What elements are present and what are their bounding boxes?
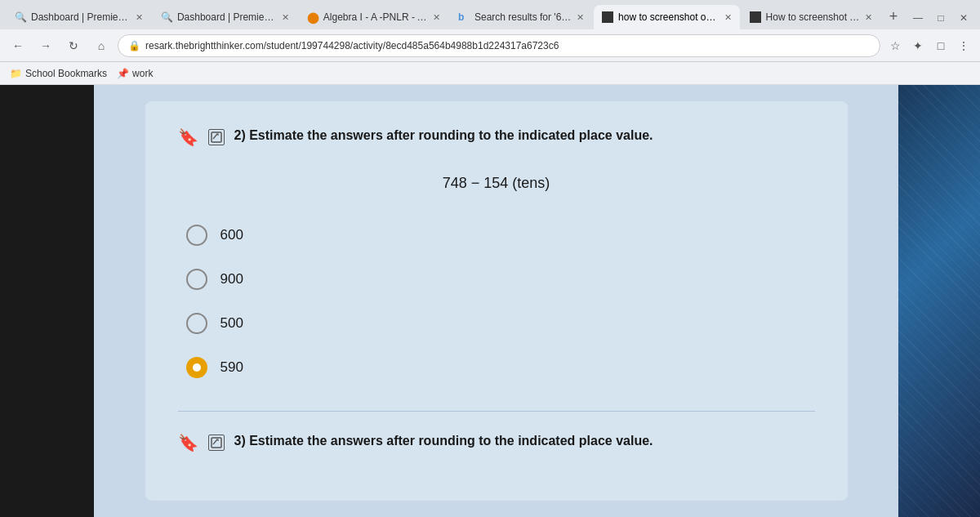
tab-label-4: Search results for '645 xyxy=(474,11,572,23)
back-button[interactable]: ← xyxy=(7,34,29,57)
work-icon: 📌 xyxy=(117,68,129,79)
bookmark-work[interactable]: 📌 work xyxy=(117,68,153,79)
tab-icon-2: 🔍 xyxy=(161,11,172,23)
tab-screenshot-2[interactable]: How to screenshot on ✕ xyxy=(742,5,881,29)
tab-dashboard-1[interactable]: 🔍 Dashboard | Premier H ✕ xyxy=(7,5,151,29)
tab-icon-4: b xyxy=(458,11,470,23)
option-label-900: 900 xyxy=(220,271,243,287)
radio-500[interactable] xyxy=(186,313,207,334)
bookmark-label-school: School Bookmarks xyxy=(25,68,107,79)
address-bar: ← → ↻ ⌂ 🔒 resark.thebrightthinker.com/st… xyxy=(0,29,980,62)
new-tab-button[interactable]: + xyxy=(882,5,905,28)
tab-close-2[interactable]: ✕ xyxy=(282,12,289,23)
tab-close-6[interactable]: ✕ xyxy=(865,12,872,23)
left-panel xyxy=(0,85,94,517)
browser-frame: 🔍 Dashboard | Premier H ✕ 🔍 Dashboard | … xyxy=(0,0,980,517)
option-label-500: 500 xyxy=(220,315,243,332)
radio-inner-590 xyxy=(193,363,201,372)
address-actions: ☆ ✦ □ ⋮ xyxy=(885,36,973,56)
tab-label-3: Algebra I - A -PNLR - Ac xyxy=(323,11,428,23)
main-area: 🔖 2) Estimate the answers after rounding… xyxy=(94,85,898,517)
question3-section: 🔖 3) Estimate the answers after rounding… xyxy=(178,411,815,452)
tab-label-6: How to screenshot on xyxy=(766,11,861,23)
more-button[interactable]: ⋮ xyxy=(954,36,973,56)
question2-header: 🔖 2) Estimate the answers after rounding… xyxy=(178,126,815,147)
tab-bar: 🔍 Dashboard | Premier H ✕ 🔍 Dashboard | … xyxy=(0,0,980,29)
tab-icon-3: ⬤ xyxy=(307,11,318,23)
radio-590[interactable] xyxy=(186,357,207,378)
options-list: 600 900 500 xyxy=(178,225,815,378)
home-button[interactable]: ⌂ xyxy=(90,34,113,57)
lock-icon: 🔒 xyxy=(128,40,140,51)
maximize-button[interactable]: □ xyxy=(931,8,951,28)
option-900[interactable]: 900 xyxy=(186,269,815,290)
question-card: 🔖 2) Estimate the answers after rounding… xyxy=(145,101,848,501)
tab-label-2: Dashboard | Premier H xyxy=(177,11,277,23)
question3-note-icon[interactable] xyxy=(208,435,225,451)
profile-button[interactable]: □ xyxy=(931,36,951,56)
tab-dashboard-2[interactable]: 🔍 Dashboard | Premier H ✕ xyxy=(153,5,297,29)
window-controls: — □ ✕ xyxy=(908,8,973,28)
bookmark-star-button[interactable]: ☆ xyxy=(885,36,905,56)
close-button[interactable]: ✕ xyxy=(954,8,973,28)
tab-screenshot-1[interactable]: how to screenshot on h ✕ xyxy=(594,5,740,29)
minimize-button[interactable]: — xyxy=(908,8,928,28)
question2-bookmark-icon[interactable]: 🔖 xyxy=(178,127,198,147)
tab-icon-5 xyxy=(602,11,613,23)
math-expression: 748 − 154 (tens) xyxy=(178,167,815,200)
radio-900[interactable] xyxy=(186,269,207,290)
option-label-600: 600 xyxy=(220,227,243,243)
question3-text: 3) Estimate the answers after rounding t… xyxy=(234,431,653,451)
option-500[interactable]: 500 xyxy=(186,313,815,334)
question2-text: 2) Estimate the answers after rounding t… xyxy=(234,126,653,145)
svg-line-3 xyxy=(213,439,217,444)
question2-note-icon[interactable] xyxy=(208,129,225,145)
tab-close-5[interactable]: ✕ xyxy=(724,12,732,23)
bookmarks-bar: 📁 School Bookmarks 📌 work xyxy=(0,62,980,85)
option-590[interactable]: 590 xyxy=(186,357,815,378)
url-text: resark.thebrightthinker.com/student/1997… xyxy=(145,40,870,51)
url-box[interactable]: 🔒 resark.thebrightthinker.com/student/19… xyxy=(118,34,880,57)
forward-button[interactable]: → xyxy=(34,34,57,57)
tab-icon-6 xyxy=(750,11,761,23)
right-panel xyxy=(898,85,980,517)
svg-line-1 xyxy=(213,134,217,139)
reload-button[interactable]: ↻ xyxy=(62,34,85,57)
page-content: 🔖 2) Estimate the answers after rounding… xyxy=(0,85,980,517)
tab-search[interactable]: b Search results for '645 ✕ xyxy=(450,5,592,29)
bookmark-school[interactable]: 📁 School Bookmarks xyxy=(10,68,107,79)
tab-close-3[interactable]: ✕ xyxy=(433,12,440,23)
bookmark-label-work: work xyxy=(132,68,153,79)
question3-bookmark-icon[interactable]: 🔖 xyxy=(178,433,198,452)
tab-icon-1: 🔍 xyxy=(15,11,26,23)
tab-label-1: Dashboard | Premier H xyxy=(31,11,131,23)
tab-algebra[interactable]: ⬤ Algebra I - A -PNLR - Ac ✕ xyxy=(299,5,448,29)
folder-icon: 📁 xyxy=(10,68,22,79)
tab-close-1[interactable]: ✕ xyxy=(136,12,143,23)
extension-button[interactable]: ✦ xyxy=(908,36,928,56)
tab-close-4[interactable]: ✕ xyxy=(577,12,584,23)
tab-label-5: how to screenshot on h xyxy=(618,11,719,23)
question3-header: 🔖 3) Estimate the answers after rounding… xyxy=(178,431,815,452)
option-label-590: 590 xyxy=(220,359,243,376)
radio-600[interactable] xyxy=(186,225,207,246)
option-600[interactable]: 600 xyxy=(186,225,815,246)
